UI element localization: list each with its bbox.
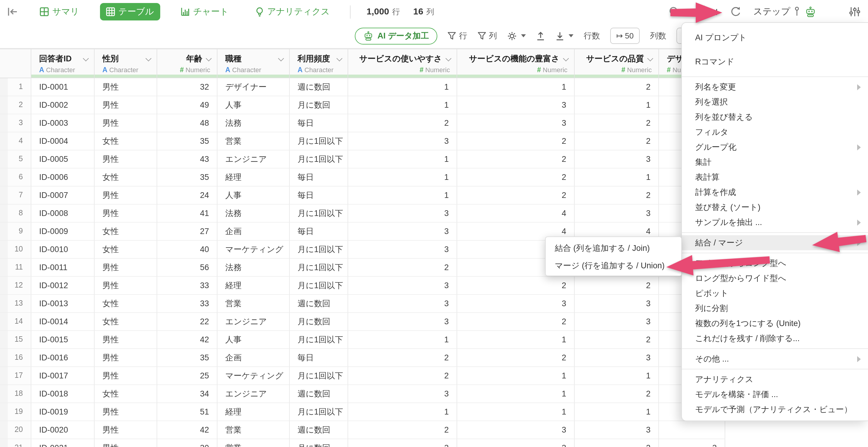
menu-item-サンプルを抽出 ...[interactable]: サンプルを抽出 ... — [682, 215, 868, 230]
table-cell[interactable]: 1 — [457, 78, 575, 96]
table-cell[interactable]: 1 — [348, 331, 457, 349]
table-cell[interactable]: 2 — [575, 331, 659, 349]
tab-summary[interactable]: サマリ — [34, 3, 85, 21]
table-cell[interactable]: 3 — [348, 385, 457, 403]
chevron-down-icon[interactable] — [445, 55, 452, 61]
table-cell[interactable]: 女性 — [95, 295, 157, 313]
refresh-icon[interactable] — [730, 6, 741, 18]
table-cell[interactable]: 毎日 — [290, 114, 348, 132]
row-number-cell[interactable]: 10 — [0, 241, 31, 259]
row-number-cell[interactable]: 12 — [0, 277, 31, 295]
table-cell[interactable]: 2 — [457, 186, 575, 205]
table-cell[interactable]: 2 — [457, 313, 575, 331]
table-cell[interactable]: 56 — [157, 259, 217, 277]
table-cell[interactable]: 法務 — [217, 205, 290, 222]
table-cell[interactable]: 33 — [157, 295, 217, 313]
table-cell[interactable]: 1 — [348, 96, 457, 114]
table-cell[interactable]: 男性 — [95, 421, 157, 439]
table-cell[interactable]: ID-0016 — [31, 349, 95, 367]
table-cell[interactable]: 2 — [575, 78, 659, 96]
table-cell[interactable]: 2 — [457, 349, 575, 367]
table-cell[interactable]: 法務 — [217, 114, 290, 132]
ai-robot-icon[interactable] — [805, 6, 816, 17]
table-cell[interactable]: 男性 — [95, 277, 157, 295]
table-cell[interactable]: 男性 — [95, 78, 157, 96]
table-cell[interactable]: 1 — [575, 367, 659, 385]
row-number-cell[interactable]: 6 — [0, 168, 31, 186]
table-cell[interactable]: 男性 — [95, 367, 157, 385]
menu-item-モデルで予測（アナリティクス・ビュー）[interactable]: モデルで予測（アナリティクス・ビュー） — [682, 402, 868, 417]
table-cell[interactable]: 49 — [157, 96, 217, 114]
table-cell[interactable]: 35 — [157, 132, 217, 150]
row-number-cell[interactable]: 13 — [0, 295, 31, 313]
menu-item-集計[interactable]: 集計 — [682, 154, 868, 170]
table-cell[interactable]: 女性 — [95, 168, 157, 186]
row-number-cell[interactable]: 3 — [0, 114, 31, 132]
column-header-年齢[interactable]: 年齢# Numeric — [157, 49, 217, 78]
table-cell[interactable]: 週に数回 — [290, 385, 348, 403]
menu-item-グループ化[interactable]: グループ化 — [682, 140, 868, 154]
table-cell[interactable]: ID-0011 — [31, 259, 95, 277]
table-cell[interactable]: 40 — [157, 241, 217, 259]
menu-item-Rコマンド[interactable]: Rコマンド — [682, 50, 868, 74]
table-cell[interactable]: 1 — [348, 186, 457, 205]
table-cell[interactable]: 月に1回以下 — [290, 331, 348, 349]
ai-data-wrangling-button[interactable]: AI データ加工 — [354, 27, 437, 44]
table-cell[interactable]: 24 — [157, 186, 217, 205]
table-cell[interactable]: 法務 — [217, 259, 290, 277]
row-number-cell[interactable]: 1 — [0, 78, 31, 96]
table-cell[interactable]: ID-0008 — [31, 205, 95, 222]
table-cell[interactable]: 週に数回 — [290, 78, 348, 96]
table-cell[interactable]: ID-0002 — [31, 96, 95, 114]
table-cell[interactable]: 4 — [457, 205, 575, 222]
chevron-down-icon[interactable] — [278, 55, 284, 61]
table-settings-button[interactable] — [507, 31, 526, 41]
table-cell[interactable]: 3 — [348, 313, 457, 331]
menu-item-列に分割[interactable]: 列に分割 — [682, 301, 868, 316]
table-cell[interactable]: 男性 — [95, 205, 157, 222]
table-cell[interactable]: 人事 — [217, 186, 290, 205]
table-cell[interactable]: 企画 — [217, 349, 290, 367]
table-cell[interactable]: 34 — [157, 385, 217, 403]
table-cell[interactable]: 経理 — [217, 277, 290, 295]
table-cell[interactable]: ID-0020 — [31, 421, 95, 439]
table-cell[interactable]: ID-0007 — [31, 186, 95, 205]
table-cell[interactable]: 毎日 — [290, 168, 348, 186]
table-cell[interactable]: 月に1回以下 — [290, 150, 348, 168]
table-cell[interactable]: 月に1回以下 — [290, 259, 348, 277]
row-number-cell[interactable]: 15 — [0, 331, 31, 349]
filter-columns-button[interactable]: 列 — [477, 30, 497, 41]
table-cell[interactable]: 2 — [575, 132, 659, 150]
table-cell[interactable]: 3 — [575, 205, 659, 222]
chevron-down-icon[interactable] — [647, 55, 653, 61]
table-cell[interactable]: 3 — [575, 295, 659, 313]
table-cell[interactable]: 2 — [348, 367, 457, 385]
menu-item-結合 / マージ[interactable]: 結合 / マージ — [682, 235, 868, 250]
table-cell[interactable]: 1 — [348, 168, 457, 186]
table-cell[interactable]: 1 — [457, 331, 575, 349]
row-number-cell[interactable]: 19 — [0, 403, 31, 421]
table-cell[interactable]: 3 — [348, 439, 457, 447]
table-cell[interactable]: ID-0021 — [31, 439, 95, 447]
table-cell[interactable]: 1 — [457, 385, 575, 403]
row-number-cell[interactable]: 18 — [0, 385, 31, 403]
menu-item-これだけを残す / 削除する...[interactable]: これだけを残す / 削除する... — [682, 331, 868, 346]
table-cell[interactable]: 男性 — [95, 403, 157, 421]
upload-button[interactable] — [536, 31, 545, 41]
table-cell[interactable]: 営業 — [217, 295, 290, 313]
table-cell[interactable]: ID-0014 — [31, 313, 95, 331]
row-number-cell[interactable]: 9 — [0, 222, 31, 241]
table-cell[interactable]: 男性 — [95, 186, 157, 205]
table-cell[interactable]: 女性 — [95, 313, 157, 331]
table-cell[interactable]: 月に数回 — [290, 439, 348, 447]
table-cell[interactable]: 男性 — [95, 259, 157, 277]
table-cell[interactable]: 2 — [457, 168, 575, 186]
table-cell[interactable]: 51 — [157, 403, 217, 421]
row-number-cell[interactable]: 8 — [0, 205, 31, 222]
column-header-サービスの機能の豊富さ[interactable]: サービスの機能の豊富さ# Numeric — [457, 49, 575, 78]
table-cell[interactable]: ID-0017 — [31, 367, 95, 385]
row-number-cell[interactable]: 4 — [0, 132, 31, 150]
filter-rows-button[interactable]: 行 — [447, 30, 467, 41]
table-cell[interactable]: 2 — [348, 114, 457, 132]
download-button[interactable] — [555, 31, 574, 41]
